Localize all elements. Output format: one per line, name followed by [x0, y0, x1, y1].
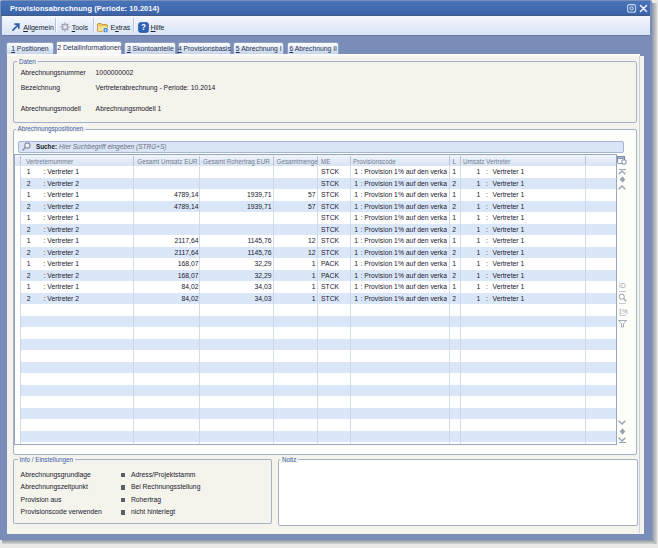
svg-text:?: ? — [141, 23, 146, 32]
